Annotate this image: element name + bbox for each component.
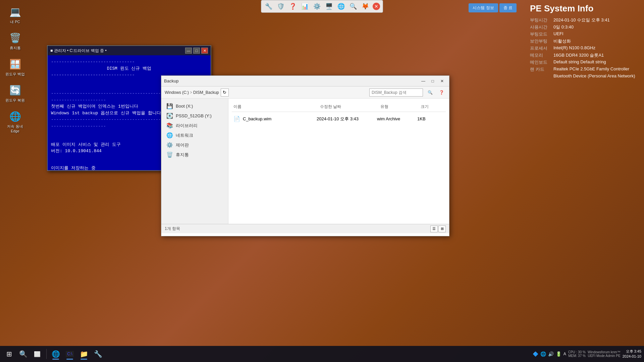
- cmd-titlebar: ■ 관리자 • C:드라이브 백업 중 • — □ ✕: [48, 46, 211, 55]
- start-icon: ⊞: [6, 350, 12, 358]
- explorer-close-button[interactable]: ✕: [438, 77, 446, 85]
- info-row-bootmode: 부팅모드 UEFI: [530, 31, 637, 37]
- desktop-icon-edge[interactable]: 🌐 저속 동네 Edge: [3, 108, 27, 135]
- file-row-backup[interactable]: 📄 C_backup.wim 2024-01-10 오후 3:43 wim Ar…: [232, 114, 446, 124]
- toolbar-icon-chart[interactable]: 📊: [300, 2, 310, 11]
- tray-winname: Windowsforum knm™: [588, 350, 621, 354]
- taskbar-tool-icon: 🔧: [94, 350, 102, 358]
- uptime-value: 0일 0:3:40: [553, 24, 574, 30]
- breadcrumb-sep1: >: [190, 90, 192, 95]
- bootmode-value: UEFI: [553, 31, 564, 37]
- volume-tray-icon[interactable]: 🔊: [548, 351, 554, 357]
- sidebar-item-boot[interactable]: 💾 Boot (X:): [161, 101, 228, 111]
- taskbar-folder[interactable]: 📁: [77, 348, 90, 360]
- search-button[interactable]: 🔍: [426, 89, 434, 96]
- explorer-minimize-button[interactable]: —: [419, 77, 428, 85]
- breadcrumb-folder[interactable]: DISM_Backup: [193, 90, 219, 95]
- desktop-icon-backup[interactable]: 🪟 윈도우 백업: [3, 56, 27, 78]
- tray-clock[interactable]: 오후 3:45 2024-01-10: [623, 349, 641, 359]
- breadcrumb: Windows (C:) > DISM_Backup: [165, 90, 219, 95]
- cmd-close-button[interactable]: ✕: [201, 48, 208, 54]
- desktop-icon-recycle[interactable]: 🗑️ 휴지통: [3, 29, 27, 52]
- toolbar-icon-help[interactable]: ❓: [288, 2, 298, 11]
- explorer-maximize-button[interactable]: □: [428, 77, 437, 85]
- file-icon-wim: 📄: [233, 116, 240, 122]
- info-row-uptime: 사용시간 0일 0:3:40: [530, 24, 637, 30]
- boot-icon: 💾: [166, 103, 173, 109]
- sidebar-boot-label: Boot (X:): [176, 104, 193, 109]
- top-right-buttons: 시스템 정보 종 료: [469, 3, 517, 12]
- taskbar-taskview[interactable]: ⬜: [31, 348, 44, 360]
- toolbar-icon-monitor[interactable]: 🖥️: [324, 2, 334, 11]
- toolbar-icon-search[interactable]: 🔍: [348, 2, 358, 11]
- toolbar-icon-settings[interactable]: 🔧: [264, 2, 273, 11]
- toolbar-icon-edge[interactable]: 🦊: [361, 2, 370, 11]
- tray-cpu: CPU : 30 %: [568, 350, 586, 354]
- taskbar-cmd[interactable]: C:\: [63, 348, 76, 360]
- toolbar-icon-chrome[interactable]: 🌐: [336, 2, 346, 11]
- cmd-minimize-button[interactable]: —: [185, 48, 192, 54]
- sidebar-controlpanel-label: 제어판: [176, 142, 189, 148]
- pe-title: PE System Info: [530, 3, 637, 14]
- view-grid-button[interactable]: ⊞: [438, 226, 446, 232]
- explorer-main: 이름 수정한 날짜 유형 크기 📄 C_backup.wim 2024-01-1…: [228, 99, 449, 224]
- controlpanel-icon: ⚙️: [166, 142, 173, 148]
- cpu-value: Intel(R) N100 0.8GHz: [553, 45, 595, 51]
- network-tray-icon[interactable]: 🌐: [540, 351, 546, 357]
- toolbar-icon-gear[interactable]: ⚙️: [312, 2, 322, 11]
- info-row-nic: 랜 카드 Realtek PCIe 2.5GbE Family Controll…: [530, 66, 637, 72]
- sidebar-recycle-icon: 🗑️: [166, 152, 173, 158]
- taskbar-tool[interactable]: 🔧: [92, 348, 104, 360]
- library-icon: 📚: [166, 122, 173, 129]
- view-buttons: ☰ ⊞: [430, 226, 446, 232]
- explorer-title: Backup: [164, 78, 178, 83]
- info-row-secureboot: 보안부팅 비활성화: [530, 38, 637, 44]
- desktop-icon-restore[interactable]: 🔄 윈도우 복원: [3, 82, 27, 105]
- battery-tray-icon[interactable]: 🔋: [556, 351, 561, 357]
- toolbar-close-button[interactable]: ✕: [373, 3, 380, 10]
- restore-icon: 🔄: [8, 83, 22, 97]
- desktop-icons: 💻 내 PC 🗑️ 휴지통 🪟 윈도우 백업 🔄 윈도우 복원 🌐 저속 동네 …: [3, 3, 27, 135]
- sidebar-item-controlpanel[interactable]: ⚙️ 제어판: [161, 140, 228, 150]
- cmd-controls: — □ ✕: [185, 48, 208, 54]
- sidebar-network-label: 네트워크: [176, 132, 193, 138]
- taskbar-search-icon: 🔍: [19, 350, 28, 358]
- pe-system-info-panel: PE System Info 부팅시간 2024-01-10 수요일 오후 3:…: [530, 3, 637, 79]
- pssd-icon: 💽: [166, 113, 173, 119]
- info-row-bluetooth: Bluetooth Device (Personal Area Network): [530, 73, 637, 78]
- sidebar-item-pssd[interactable]: 💽 PSSD_512GB (Y:): [161, 111, 228, 121]
- tray-mem: MEM: 37 %: [568, 354, 586, 358]
- view-list-button[interactable]: ☰: [430, 226, 438, 232]
- cmd-maximize-button[interactable]: □: [193, 48, 200, 54]
- desktop-icon-mypc[interactable]: 💻 내 PC: [3, 3, 27, 26]
- bluetooth-value: Bluetooth Device (Personal Area Network): [553, 73, 635, 78]
- file-type: wim Archive: [377, 116, 417, 121]
- file-size: 1KB: [417, 116, 444, 121]
- help-button[interactable]: ❓: [437, 89, 446, 96]
- sidebar-item-network[interactable]: 🌐 네트워크: [161, 130, 228, 140]
- cmd-main-title: DISM 윈도 신규 백업: [51, 65, 207, 72]
- sidebar-item-library[interactable]: 📚 라이브러리: [161, 121, 228, 130]
- start-button[interactable]: ⊞: [3, 348, 15, 360]
- status-text: 1개 항목: [165, 226, 180, 232]
- exit-button[interactable]: 종 료: [499, 3, 517, 12]
- address-bar: Windows (C:) > DISM_Backup ↻: [165, 88, 367, 97]
- col-modified: 수정한 날짜: [318, 103, 379, 110]
- taskbar-search[interactable]: 🔍: [17, 348, 30, 360]
- backup-label: 윈도우 백업: [5, 72, 25, 77]
- toolbar-icon-shield[interactable]: 🛡️: [276, 2, 285, 11]
- cmd-sep1: --------------------------------: [51, 59, 207, 65]
- file-modified: 2024-01-10 오후 3:43: [317, 116, 377, 122]
- taskbar-edge[interactable]: 🌐: [49, 348, 62, 360]
- refresh-button[interactable]: ↻: [221, 88, 229, 97]
- sidebar-item-recycle[interactable]: 🗑️ 휴지통: [161, 150, 228, 160]
- recycle-label: 휴지통: [10, 46, 21, 51]
- top-toolbar: 🔧 🛡️ ❓ 📊 ⚙️ 🖥️ 🌐 🔍 🦊 ✕: [261, 0, 383, 13]
- bootmode-label: 부팅모드: [530, 31, 550, 37]
- explorer-controls: — □ ✕: [419, 77, 446, 85]
- system-info-button[interactable]: 시스템 정보: [469, 3, 498, 12]
- search-input[interactable]: [369, 88, 423, 97]
- breadcrumb-root[interactable]: Windows (C:): [165, 90, 189, 95]
- bluetooth-tray-icon[interactable]: 🔷: [533, 351, 538, 357]
- tray-system-name: Windowsforum knm™ UEFI Mode Admin PE: [588, 350, 621, 358]
